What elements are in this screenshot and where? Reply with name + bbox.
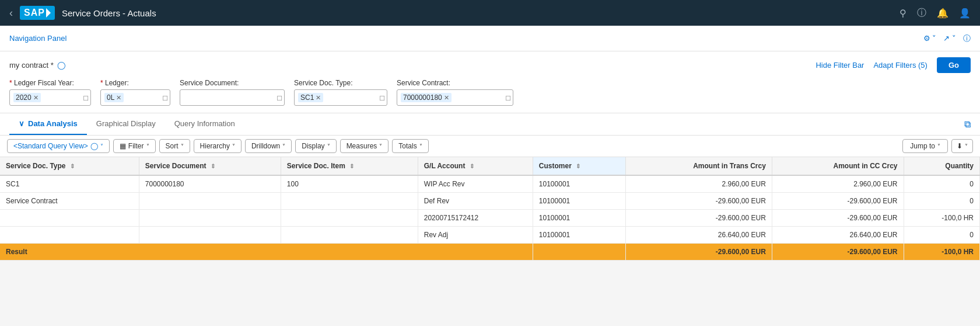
service-doc-type-expand-icon[interactable]: □ <box>380 93 384 102</box>
col-service-doc-type: Service Doc. Type ⇕ <box>0 157 139 175</box>
download-button[interactable]: ⬇ ˅ <box>951 139 973 153</box>
service-doc-type-label: Service Doc. Type: <box>294 79 387 87</box>
expand-icon[interactable]: ⧉ <box>964 119 971 130</box>
settings-button[interactable]: ⚙ ˅ <box>923 34 937 43</box>
cell-amount-cc-1: 2.960,00 EUR <box>772 175 904 193</box>
col-sort-icon-4[interactable]: ⇕ <box>576 163 580 169</box>
sort-chevron: ˅ <box>181 143 184 150</box>
tabs: ∨ Data Analysis Graphical Display Query … <box>9 113 244 135</box>
cell-quantity-4: 0 <box>904 227 979 244</box>
help-icon[interactable]: ⓘ <box>917 7 926 19</box>
filter-field-service-contract: Service Contract: 7000000180 ✕ □ <box>397 79 513 106</box>
filter-bar-title: my contract * ◯ <box>9 61 66 70</box>
filter-field-service-document: Service Document: □ <box>180 79 285 106</box>
cell-service-document-3 <box>139 210 281 227</box>
topbar: ‹ SAP Service Orders - Actuals ⚲ ⓘ 🔔 👤 <box>0 0 980 26</box>
jump-to-chevron: ˅ <box>937 143 940 150</box>
toolbar: <Standard Query View> ◯ ˅ ▦ Filter ˅ Sor… <box>0 136 980 157</box>
table-row: Rev Adj 10100001 26.640,00 EUR 26.640,00… <box>0 227 980 244</box>
service-doc-type-input[interactable]: SC1 ✕ □ <box>294 89 387 106</box>
service-contract-tag: 7000000180 ✕ <box>401 93 452 102</box>
search-icon[interactable]: ⚲ <box>900 8 907 19</box>
cell-quantity-1: 0 <box>904 175 979 193</box>
toolbar-right: Jump to ˅ ⬇ ˅ <box>902 139 973 153</box>
hierarchy-chevron: ˅ <box>232 143 235 150</box>
standard-query-view-button[interactable]: <Standard Query View> ◯ ˅ <box>7 139 110 153</box>
filter-bar: my contract * ◯ Hide Filter Bar Adapt Fi… <box>0 51 980 113</box>
cell-service-document-1: 7000000180 <box>139 175 281 193</box>
cell-service-doc-type-2: Service Contract <box>0 193 139 210</box>
display-chevron: ˅ <box>327 143 330 150</box>
cell-gl-account-4: Rev Adj <box>418 227 533 244</box>
col-gl-account: G/L Account ⇕ <box>418 157 533 175</box>
required-star-2: * <box>100 79 105 87</box>
table-row: Service Contract Def Rev 10100001 -29.60… <box>0 193 980 210</box>
service-contract-tag-remove[interactable]: ✕ <box>444 94 449 102</box>
share-button[interactable]: ↗ ˅ <box>943 34 956 43</box>
filter-button[interactable]: ▦ Filter ˅ <box>113 139 156 153</box>
totals-button[interactable]: Totals ˅ <box>392 139 428 153</box>
service-contract-input[interactable]: 7000000180 ✕ □ <box>397 89 513 106</box>
nav-panel-label[interactable]: Navigation Panel <box>9 34 66 43</box>
download-icon: ⬇ <box>957 142 963 150</box>
filter-fields: * Ledger Fiscal Year: 2020 ✕ □ * Ledger:… <box>9 79 971 106</box>
ledger-expand-icon[interactable]: □ <box>163 93 167 102</box>
filter-field-ledger-fiscal-year: * Ledger Fiscal Year: 2020 ✕ □ <box>9 79 91 106</box>
service-document-expand-icon[interactable]: □ <box>277 93 282 102</box>
cell-amount-trans-2: -29.600,00 EUR <box>625 193 772 210</box>
sap-logo-flag <box>46 8 51 18</box>
cell-service-doc-item-1: 100 <box>281 175 418 193</box>
filter-bar-collapse-icon[interactable]: ◯ <box>57 61 66 70</box>
user-icon[interactable]: 👤 <box>959 8 971 19</box>
hierarchy-button[interactable]: Hierarchy ˅ <box>194 139 242 153</box>
ledger-input[interactable]: 0L ✕ □ <box>100 89 170 106</box>
service-contract-expand-icon[interactable]: □ <box>506 93 510 102</box>
hide-filter-bar-link[interactable]: Hide Filter Bar <box>816 61 864 70</box>
help-nav-icon[interactable]: ⓘ <box>963 33 971 44</box>
topbar-icons: ⚲ ⓘ 🔔 👤 <box>900 7 971 19</box>
ledger-fiscal-year-expand-icon[interactable]: □ <box>83 93 88 102</box>
measures-button[interactable]: Measures ˅ <box>340 139 389 153</box>
filter-icon: ▦ <box>120 142 126 150</box>
cell-service-doc-type-3 <box>0 210 139 227</box>
service-doc-type-tag-remove[interactable]: ✕ <box>316 94 321 102</box>
sort-button[interactable]: Sort ˅ <box>159 139 190 153</box>
result-label-cell: Result <box>0 244 533 261</box>
ledger-tag-remove[interactable]: ✕ <box>116 94 121 102</box>
ledger-fiscal-year-tag: 2020 ✕ <box>13 93 41 102</box>
table-header-row: Service Doc. Type ⇕ Service Document ⇕ S… <box>0 157 980 175</box>
col-quantity: Quantity <box>904 157 979 175</box>
data-table-container: Service Doc. Type ⇕ Service Document ⇕ S… <box>0 157 980 261</box>
cell-gl-account-3: 20200715172412 <box>418 210 533 227</box>
ledger-tag: 0L ✕ <box>104 93 124 102</box>
filter-field-service-doc-type: Service Doc. Type: SC1 ✕ □ <box>294 79 387 106</box>
ledger-fiscal-year-tag-remove[interactable]: ✕ <box>33 94 38 102</box>
col-sort-icon-2[interactable]: ⇕ <box>349 163 354 169</box>
cell-amount-cc-2: -29.600,00 EUR <box>772 193 904 210</box>
tab-data-analysis[interactable]: ∨ Data Analysis <box>9 113 87 135</box>
tab-query-information[interactable]: Query Information <box>165 113 244 135</box>
drilldown-chevron: ˅ <box>282 143 285 150</box>
col-service-document: Service Document ⇕ <box>139 157 281 175</box>
back-button[interactable]: ‹ <box>9 7 13 19</box>
adapt-filters-link[interactable]: Adapt Filters (5) <box>873 61 927 70</box>
ledger-fiscal-year-input[interactable]: 2020 ✕ □ <box>9 89 91 106</box>
query-view-expand-icon: ◯ <box>90 142 98 150</box>
col-sort-icon-3[interactable]: ⇕ <box>470 163 474 169</box>
col-sort-icon-0[interactable]: ⇕ <box>70 163 75 169</box>
bell-icon[interactable]: 🔔 <box>937 8 949 19</box>
nav-panel-actions: ⚙ ˅ ↗ ˅ ⓘ <box>923 33 971 44</box>
drilldown-button[interactable]: Drilldown ˅ <box>245 139 292 153</box>
cell-service-doc-type-4 <box>0 227 139 244</box>
col-sort-icon-1[interactable]: ⇕ <box>211 163 215 169</box>
service-document-input[interactable]: □ <box>180 89 285 106</box>
cell-gl-account-2: Def Rev <box>418 193 533 210</box>
table-row: SC1 7000000180 100 WIP Acc Rev 10100001 … <box>0 175 980 193</box>
cell-amount-cc-4: 26.640,00 EUR <box>772 227 904 244</box>
cell-amount-trans-3: -29.600,00 EUR <box>625 210 772 227</box>
tab-graphical-display[interactable]: Graphical Display <box>87 113 165 135</box>
go-button[interactable]: Go <box>937 57 971 73</box>
jump-to-button[interactable]: Jump to ˅ <box>902 139 948 153</box>
totals-chevron: ˅ <box>419 143 422 150</box>
display-button[interactable]: Display ˅ <box>295 139 336 153</box>
